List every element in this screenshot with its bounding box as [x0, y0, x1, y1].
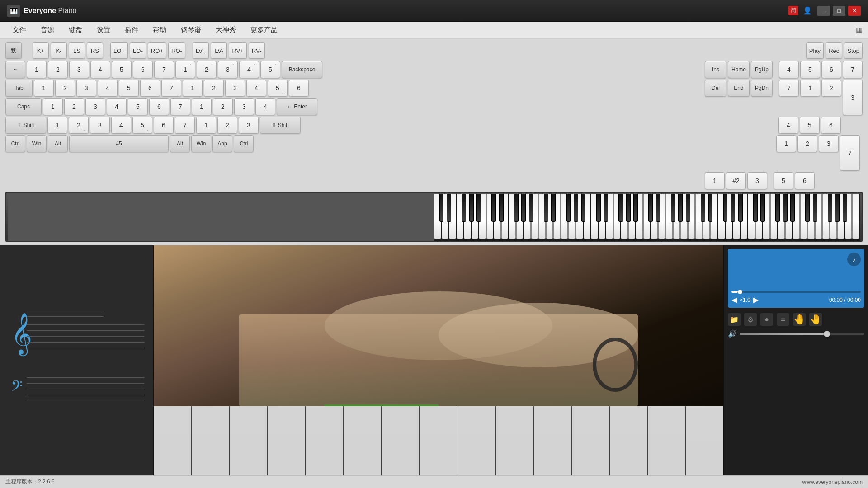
num-5c[interactable]: 5 [774, 172, 793, 189]
black-key[interactable] [835, 194, 840, 222]
tilde-key[interactable]: ~ [5, 61, 25, 78]
rs-button[interactable]: RS [87, 42, 103, 59]
minimize-button[interactable]: ─ [817, 6, 830, 16]
black-key[interactable] [633, 194, 638, 222]
menu-more[interactable]: 更多产品 [243, 24, 285, 36]
piano-keyboard[interactable] [434, 194, 860, 241]
num-1c[interactable]: 1 [705, 172, 725, 189]
caps-4[interactable]: 4 [107, 98, 127, 115]
black-key[interactable] [447, 194, 451, 222]
tab-2[interactable]: 2 [55, 80, 75, 97]
num-7-tall[interactable]: 7 [840, 135, 860, 171]
app-key[interactable]: App [212, 135, 232, 152]
num-7b[interactable]: 7 [779, 80, 799, 97]
blue-hand-button[interactable]: 🤚 [809, 313, 822, 326]
black-key[interactable] [604, 194, 608, 222]
key-6[interactable]: 6 [133, 61, 153, 78]
caps-4b[interactable]: 4 [255, 98, 275, 115]
progress-bar[interactable] [731, 291, 861, 293]
black-key[interactable] [551, 194, 556, 222]
black-key[interactable] [491, 194, 496, 222]
caps-5[interactable]: 5 [128, 98, 148, 115]
black-key[interactable] [566, 194, 571, 222]
black-key[interactable] [648, 194, 653, 222]
caps-2[interactable]: 2 [64, 98, 84, 115]
key-3[interactable]: 3 [69, 61, 89, 78]
rv-minus-button[interactable]: RV- [249, 42, 265, 59]
end-key[interactable]: End [728, 80, 750, 97]
menu-scores[interactable]: 钢琴谱 [174, 24, 208, 36]
num-1b[interactable]: 1 [776, 135, 796, 152]
num-4[interactable]: 4 [779, 61, 799, 78]
black-key[interactable] [753, 194, 758, 222]
num-3b[interactable]: 3 [819, 135, 839, 152]
pgdn-key[interactable]: PgDn [751, 80, 773, 97]
black-key[interactable] [678, 194, 683, 222]
key-7[interactable]: 7 [154, 61, 174, 78]
key-4dot[interactable]: 4· [239, 61, 259, 78]
black-key[interactable] [843, 194, 847, 222]
lo-minus-button[interactable]: LO- [130, 42, 146, 59]
menu-keyboard[interactable]: 键盘 [61, 24, 90, 36]
maximize-button[interactable]: □ [833, 6, 845, 16]
volume-slider[interactable] [740, 333, 864, 335]
menu-plugins[interactable]: 插件 [118, 24, 146, 36]
tab-5[interactable]: 5 [119, 80, 139, 97]
lv-minus-button[interactable]: LV- [211, 42, 227, 59]
black-key[interactable] [760, 194, 765, 222]
menu-file[interactable]: 文件 [5, 24, 33, 36]
num-5[interactable]: 5 [800, 61, 820, 78]
key-3dot[interactable]: 3· [218, 61, 238, 78]
key-4[interactable]: 4 [90, 61, 110, 78]
num-3-tall[interactable]: 3 [843, 80, 863, 115]
caps-1b[interactable]: 1 [192, 98, 212, 115]
num-4b[interactable]: 4 [778, 117, 798, 134]
black-key[interactable] [462, 194, 466, 222]
black-key[interactable] [686, 194, 690, 222]
tab-6[interactable]: 6 [140, 80, 160, 97]
menu-help[interactable]: 帮助 [146, 24, 174, 36]
ro-minus-button[interactable]: RO- [168, 42, 185, 59]
stop-button[interactable]: Stop [844, 42, 863, 59]
win-left-key[interactable]: Win [27, 135, 47, 152]
menu-masters[interactable]: 大神秀 [208, 24, 243, 36]
tab-3[interactable]: 3 [76, 80, 96, 97]
num-2[interactable]: 2 [821, 80, 841, 97]
space-key[interactable]: #5 [69, 135, 169, 152]
black-key[interactable] [656, 194, 660, 222]
menu-btn[interactable]: ≡ [777, 313, 789, 326]
black-key[interactable] [805, 194, 810, 222]
close-button[interactable]: ✕ [848, 6, 861, 16]
black-key[interactable] [828, 194, 832, 222]
tab-2b[interactable]: 2 [204, 80, 224, 97]
circle-btn[interactable]: ● [760, 313, 773, 326]
black-key[interactable] [813, 194, 817, 222]
num-5b[interactable]: 5 [800, 117, 820, 134]
tab-4[interactable]: 4 [98, 80, 118, 97]
lo-plus-button[interactable]: LO+ [110, 42, 128, 59]
white-key[interactable] [852, 194, 859, 239]
music-note-icon[interactable]: ♪ [847, 253, 861, 266]
layout-icon[interactable]: ▦ [856, 26, 863, 34]
caps-7[interactable]: 7 [170, 98, 190, 115]
num-1[interactable]: 1 [800, 80, 820, 97]
black-key[interactable] [544, 194, 548, 222]
lv-plus-button[interactable]: LV+ [193, 42, 209, 59]
shift-1b[interactable]: 1 [196, 117, 216, 134]
folder-button[interactable]: 📁 [728, 313, 741, 326]
black-key[interactable] [723, 194, 728, 222]
black-key[interactable] [529, 194, 533, 222]
key-1[interactable]: 1 [27, 61, 47, 78]
pgup-key[interactable]: PgUp [751, 61, 773, 78]
ctrl-right-key[interactable]: Ctrl [234, 135, 254, 152]
key-5[interactable]: 5 [112, 61, 132, 78]
win-right-key[interactable]: Win [191, 135, 211, 152]
tab-3b[interactable]: 3 [225, 80, 245, 97]
black-key[interactable] [514, 194, 519, 222]
black-key[interactable] [731, 194, 735, 222]
black-key[interactable] [626, 194, 631, 222]
rv-plus-button[interactable]: RV+ [229, 42, 246, 59]
play-button[interactable]: Play [806, 42, 824, 59]
num-6b[interactable]: 6 [821, 117, 841, 134]
menu-settings[interactable]: 设置 [90, 24, 118, 36]
